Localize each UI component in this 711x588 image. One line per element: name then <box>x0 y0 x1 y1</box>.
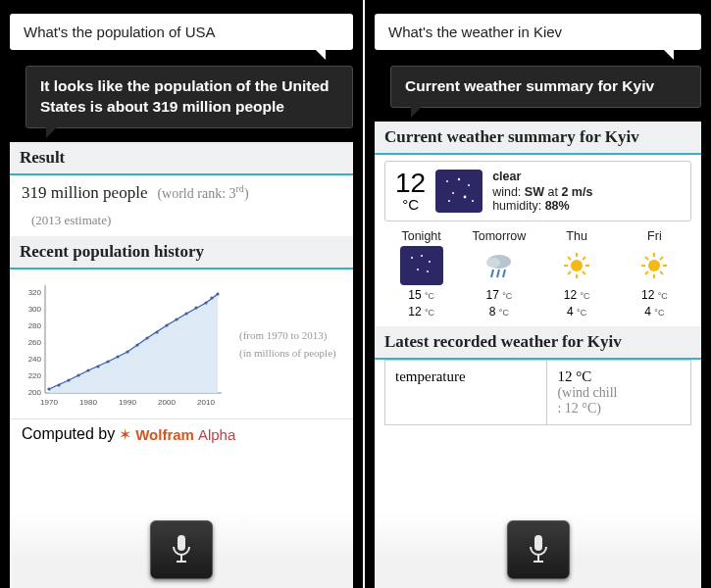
svg-line-74 <box>660 271 663 274</box>
sun-icon <box>555 246 598 285</box>
svg-line-58 <box>503 270 505 277</box>
svg-point-52 <box>417 269 419 270</box>
svg-text:320: 320 <box>28 288 42 297</box>
svg-point-32 <box>165 323 168 326</box>
svg-line-73 <box>645 257 648 260</box>
svg-text:2010: 2010 <box>197 398 215 407</box>
svg-point-38 <box>216 292 219 295</box>
forecast-tomorrow: Tomorrow 17 °C 8 °C <box>460 229 537 318</box>
svg-rect-77 <box>534 535 542 551</box>
svg-point-21 <box>57 383 60 386</box>
svg-line-65 <box>583 271 585 274</box>
svg-point-27 <box>116 355 119 358</box>
svg-point-24 <box>86 368 89 371</box>
latest-param: temperature <box>385 360 547 424</box>
forecast-row: Tonight 15 °C 12 °C Tomorrow 17 °C 8 °C … <box>375 227 701 326</box>
svg-point-34 <box>184 312 187 315</box>
assistant-reply-bubble: It looks like the population of the Unit… <box>25 66 353 128</box>
screen-weather: What's the weather in Kiev Current weath… <box>363 0 711 588</box>
chart-caption: (from 1970 to 2013) (in millions of peop… <box>239 275 347 413</box>
svg-point-31 <box>155 330 158 333</box>
svg-point-51 <box>429 261 431 263</box>
current-temp: 12 °C <box>395 170 426 212</box>
svg-text:2000: 2000 <box>158 398 176 407</box>
svg-text:280: 280 <box>28 321 42 330</box>
night-clear-icon <box>435 170 482 213</box>
current-condition: clear <box>492 170 592 183</box>
wolfram-star-icon: ✶ <box>119 425 131 444</box>
wind-chill: (wind chill : 12 °C) <box>557 385 681 416</box>
svg-line-75 <box>660 257 663 260</box>
result-estimate: (2013 estimate) <box>31 213 341 228</box>
wolfram-name: Wolfram <box>135 426 194 443</box>
svg-point-50 <box>421 255 423 257</box>
svg-rect-79 <box>533 561 543 563</box>
svg-text:1990: 1990 <box>119 398 136 407</box>
svg-text:1980: 1980 <box>79 398 97 407</box>
mic-button[interactable] <box>507 520 570 579</box>
current-weather-box: 12 °C clear wind: SW at 2 m/s humidity: <box>384 161 691 221</box>
weather-header: Current weather summary for Kyiv <box>375 122 701 155</box>
result-value: 319 million people <box>22 183 147 202</box>
svg-point-30 <box>145 336 148 339</box>
sun-icon <box>633 246 676 285</box>
svg-point-26 <box>106 360 109 363</box>
svg-rect-41 <box>177 561 186 563</box>
svg-point-29 <box>135 343 138 346</box>
svg-point-23 <box>76 373 79 376</box>
result-rank: (world rank: 3rd) <box>157 186 248 201</box>
svg-point-22 <box>67 378 70 381</box>
svg-point-59 <box>571 260 583 271</box>
svg-rect-78 <box>537 555 539 561</box>
svg-line-56 <box>491 270 493 277</box>
svg-point-44 <box>468 184 470 186</box>
svg-point-36 <box>204 301 207 304</box>
svg-line-67 <box>568 271 571 274</box>
svg-point-25 <box>96 365 99 368</box>
svg-point-35 <box>194 306 197 309</box>
svg-text:200: 200 <box>28 388 42 397</box>
svg-point-53 <box>427 270 429 272</box>
latest-value: 12 °C <box>557 368 681 385</box>
svg-point-43 <box>458 178 460 180</box>
result-body: 319 million people (world rank: 3rd) (20… <box>10 175 353 236</box>
humidity-row: humidity: 88% <box>492 199 592 213</box>
svg-point-45 <box>452 192 454 194</box>
svg-rect-39 <box>178 535 185 551</box>
svg-point-42 <box>446 180 448 182</box>
assistant-reply-bubble: Current weather summary for Kyiv <box>390 66 701 108</box>
population-chart: 200 220 240 260 280 300 320 <box>10 270 353 415</box>
svg-point-55 <box>486 258 500 268</box>
svg-text:220: 220 <box>28 371 42 380</box>
screen-population: What's the population of USA It looks li… <box>0 0 363 588</box>
svg-rect-40 <box>180 555 182 561</box>
computed-label: Computed by <box>22 425 115 443</box>
svg-line-76 <box>645 271 648 274</box>
latest-header: Latest recorded weather for Kyiv <box>375 326 701 360</box>
mic-bar <box>0 512 363 588</box>
rain-icon <box>478 246 521 285</box>
wind-row: wind: SW at 2 m/s <box>492 185 592 199</box>
forecast-fri: Fri 12 °C 4 °C <box>616 229 693 318</box>
microphone-icon <box>169 533 194 566</box>
user-query-text: What's the population of USA <box>24 24 215 40</box>
latest-table: temperature 12 °C (wind chill : 12 °C) <box>384 360 691 425</box>
mic-bar <box>365 512 711 588</box>
svg-text:300: 300 <box>28 305 42 314</box>
svg-point-49 <box>411 257 413 259</box>
assistant-reply-text: It looks like the population of the Unit… <box>40 77 330 115</box>
assistant-reply-text: Current weather summary for Kyiv <box>405 77 654 94</box>
svg-point-46 <box>464 196 467 199</box>
user-query-bubble: What's the weather in Kiev <box>375 14 701 50</box>
svg-line-66 <box>583 257 585 260</box>
svg-text:240: 240 <box>28 355 42 364</box>
mic-button[interactable] <box>150 520 213 579</box>
user-query-text: What's the weather in Kiev <box>388 24 562 40</box>
svg-line-64 <box>568 257 571 260</box>
result-header: Result <box>10 142 353 175</box>
svg-point-28 <box>126 350 128 353</box>
table-row: temperature 12 °C (wind chill : 12 °C) <box>385 360 691 424</box>
svg-point-68 <box>648 260 660 271</box>
svg-point-33 <box>175 318 178 320</box>
wolfram-alpha: Alpha <box>198 426 235 443</box>
